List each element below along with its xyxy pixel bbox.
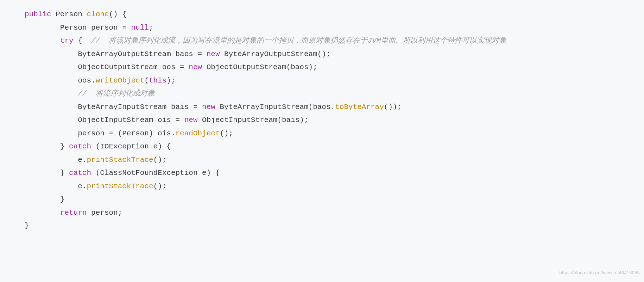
kw-return: return bbox=[60, 209, 87, 217]
kw-try: try bbox=[60, 37, 74, 45]
punc: { bbox=[74, 37, 91, 45]
indent bbox=[25, 182, 78, 190]
code-text: ByteArrayInputStream bais = bbox=[78, 103, 202, 111]
code-text: (ClassNotFoundException e) { bbox=[91, 169, 220, 177]
indent bbox=[25, 156, 78, 164]
kw-catch: catch bbox=[69, 142, 91, 151]
fn-tobytearray: toByteArray bbox=[335, 103, 384, 111]
indent bbox=[25, 209, 60, 217]
punc: { bbox=[118, 10, 127, 18]
punc: } bbox=[25, 222, 29, 230]
kw-catch: catch bbox=[69, 169, 91, 177]
indent bbox=[25, 90, 78, 98]
indent bbox=[25, 195, 60, 203]
fn-readobject: readObject bbox=[175, 129, 220, 137]
indent bbox=[25, 129, 78, 137]
code-text: (IOException e) { bbox=[91, 142, 171, 151]
code-text: e. bbox=[78, 156, 87, 164]
indent bbox=[25, 142, 60, 151]
type-person: Person bbox=[56, 10, 82, 18]
code-text: ObjectInputStream ois = bbox=[78, 116, 184, 124]
code-text: ByteArrayInputStream(baos. bbox=[215, 103, 335, 111]
code-text: ObjectInputStream(bais); bbox=[198, 116, 309, 124]
code-text: oos. bbox=[78, 76, 95, 85]
punc: (); bbox=[153, 182, 166, 190]
kw-new: new bbox=[202, 103, 215, 111]
kw-public: public bbox=[25, 10, 51, 18]
fn-printstacktrace: printStackTrace bbox=[87, 182, 153, 190]
code-text: ObjectOutputStream(baos); bbox=[202, 63, 317, 71]
kw-this: this bbox=[149, 76, 166, 85]
punc: } bbox=[60, 142, 69, 151]
code-text: Person person = bbox=[60, 24, 131, 32]
indent bbox=[25, 50, 78, 58]
code-text: person = (Person) ois. bbox=[78, 129, 175, 137]
punc: ( bbox=[144, 76, 149, 85]
punc: (); bbox=[153, 156, 166, 164]
fn-clone: clone bbox=[87, 10, 109, 18]
code-text: ByteArrayOutputStream(); bbox=[220, 50, 331, 58]
code-text: person; bbox=[87, 209, 122, 217]
kw-new: new bbox=[184, 116, 198, 124]
punc: () bbox=[109, 10, 118, 18]
kw-null: null bbox=[131, 24, 149, 32]
code-text: e. bbox=[78, 182, 87, 190]
indent bbox=[25, 116, 78, 124]
indent bbox=[25, 63, 78, 71]
punc: ()); bbox=[384, 103, 402, 111]
punc: (); bbox=[220, 129, 233, 137]
indent bbox=[25, 76, 78, 85]
indent bbox=[25, 37, 60, 45]
watermark: https://blog.csdn.net/weixin_46413055 bbox=[559, 266, 640, 280]
code-text: ByteArrayOutputStream baos = bbox=[78, 50, 206, 58]
indent bbox=[25, 169, 60, 177]
comment: // 将该对象序列化成流，因为写在流里的是对象的一个拷贝，而原对象仍然存在于JV… bbox=[91, 37, 506, 45]
code-text: ObjectOutputStream oos = bbox=[78, 63, 189, 71]
punc: } bbox=[60, 169, 69, 177]
comment: // 将流序列化成对象 bbox=[78, 90, 154, 98]
indent bbox=[25, 103, 78, 111]
fn-printstacktrace: printStackTrace bbox=[87, 156, 153, 164]
punc: } bbox=[60, 195, 65, 203]
indent bbox=[25, 24, 60, 32]
code-block: public Person clone() { Person person = … bbox=[0, 0, 644, 240]
punc: ); bbox=[166, 76, 175, 85]
kw-new: new bbox=[189, 63, 202, 71]
punc: ; bbox=[149, 24, 153, 32]
kw-new: new bbox=[207, 50, 220, 58]
fn-writeobject: writeObject bbox=[96, 76, 145, 85]
